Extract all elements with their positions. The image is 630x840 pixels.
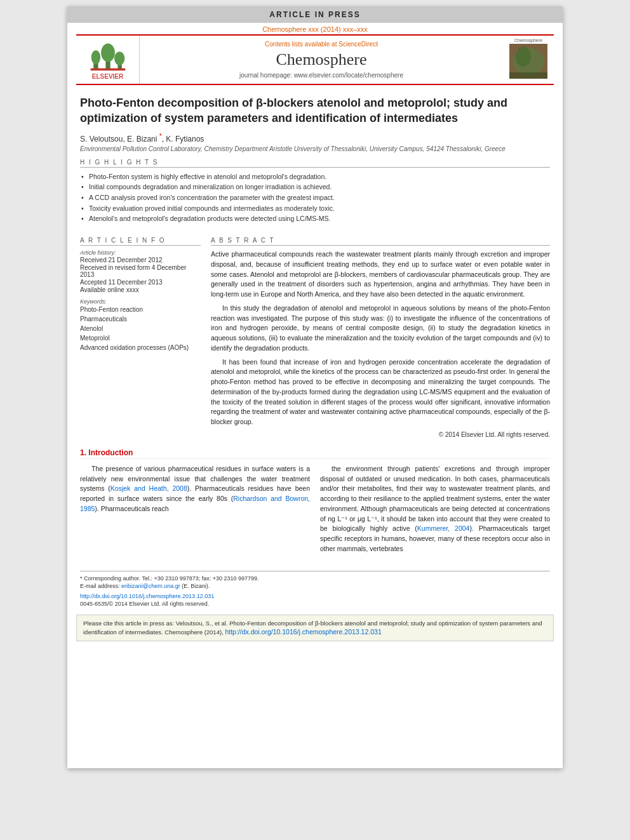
- svg-point-3: [101, 43, 115, 62]
- authors-line: S. Veloutsou, E. Bizani *, K. Fytianos: [80, 133, 550, 143]
- article-in-press-banner: ARTICLE IN PRESS: [67, 6, 563, 23]
- article-info-header: A R T I C L E I N F O: [80, 237, 201, 246]
- elsevier-logo-area: ELSEVIER: [76, 36, 140, 84]
- sciencedirect-link[interactable]: ScienceDirect: [338, 41, 378, 48]
- chemosphere-image: [509, 44, 547, 79]
- svg-point-1: [91, 50, 100, 64]
- journal-homepage: journal homepage: www.elsevier.com/locat…: [146, 72, 497, 79]
- revised-date: Received in revised form 4 December 2013: [80, 264, 201, 278]
- keyword-3: Atenolol: [80, 324, 201, 333]
- ref-kummerer[interactable]: Kummerer, 2004: [417, 524, 470, 532]
- chemosphere-badge-label: Chemosphere: [514, 38, 542, 43]
- list-item: Atenolol's and metoprolol's degradation …: [80, 213, 550, 224]
- keywords-label: Keywords:: [80, 298, 201, 305]
- list-item: Initial compounds degradation and minera…: [80, 182, 550, 192]
- available-online: Available online xxxx: [80, 286, 201, 293]
- chemosphere-logo-right: Chemosphere: [503, 36, 554, 84]
- abstract-header: A B S T R A C T: [211, 237, 550, 246]
- keyword-4: Metoprolol: [80, 333, 201, 343]
- intro-para-left: The presence of various pharmaceutical r…: [80, 464, 310, 514]
- highlights-header: H I G H L I G H T S: [80, 159, 550, 168]
- introduction-section: 1. Introduction The presence of various …: [80, 448, 550, 558]
- keyword-1: Photo-Fenton reaction: [80, 305, 201, 314]
- list-item: A CCD analysis proved iron's concentrati…: [80, 192, 550, 203]
- elsevier-tree-icon: [89, 40, 127, 72]
- history-label: Article history:: [80, 250, 201, 256]
- keyword-5: Advanced oxidation processes (AOPs): [80, 343, 201, 352]
- intro-para-right: the environment through patients' excret…: [320, 464, 550, 554]
- email-footnote: E-mail address: eribizani@chem.una.gr (E…: [80, 582, 550, 590]
- highlights-list: Photo-Fenton system is highly effective …: [80, 171, 550, 224]
- introduction-title: 1. Introduction: [80, 448, 550, 459]
- intro-left-col: The presence of various pharmaceutical r…: [80, 464, 310, 558]
- journal-title: Chemosphere: [146, 50, 497, 69]
- abstract-para-2: In this study the degradation of atenolo…: [211, 303, 550, 354]
- ref-richardson[interactable]: Richardson and Bowron, 1985: [80, 495, 310, 512]
- ref-kosjek[interactable]: Kosjek and Heath, 2008: [111, 484, 187, 492]
- svg-rect-6: [90, 68, 125, 70]
- article-title: Photo-Fenton decomposition of β-blockers…: [80, 95, 550, 126]
- issn-line: 0045-6535/© 2014 Elsevier Ltd. All right…: [80, 600, 550, 608]
- intro-right-col: the environment through patients' excret…: [320, 464, 550, 558]
- list-item: Photo-Fenton system is highly effective …: [80, 171, 550, 182]
- affiliation: Environmental Pollution Control Laborato…: [80, 145, 550, 152]
- doi-link[interactable]: http://dx.doi.org/10.1016/j.chemosphere.…: [80, 593, 214, 599]
- abstract-para-3: It has been found that increase of iron …: [211, 357, 550, 427]
- list-item: Toxicity evaluation proved initial compo…: [80, 203, 550, 214]
- elsevier-wordmark: ELSEVIER: [92, 73, 123, 80]
- svg-point-9: [516, 46, 531, 67]
- journal-volume-line: Chemosphere xxx (2014) xxx–xxx: [67, 23, 563, 34]
- citation-doi-link[interactable]: http://dx.doi.org/10.1016/j.chemosphere.…: [225, 628, 381, 636]
- abstract-para-1: Active pharmaceutical compounds reach th…: [211, 250, 550, 300]
- svg-point-5: [114, 51, 124, 65]
- article-info-column: A R T I C L E I N F O Article history: R…: [80, 230, 201, 438]
- abstract-column: A B S T R A C T Active pharmaceutical co…: [211, 230, 550, 438]
- keyword-2: Pharmaceuticals: [80, 314, 201, 324]
- accepted-date: Accepted 11 December 2013: [80, 279, 201, 286]
- copyright-text: © 2014 Elsevier Ltd. All rights reserved…: [211, 431, 550, 438]
- introduction-body: The presence of various pharmaceutical r…: [80, 464, 550, 558]
- received-date: Received 21 December 2012: [80, 257, 201, 263]
- footnotes-area: * Corresponding author. Tel.: +30 2310 9…: [80, 571, 550, 608]
- svg-rect-10: [509, 72, 547, 79]
- citation-box: Please cite this article in press as: Ve…: [76, 615, 554, 641]
- sciencedirect-label: Contents lists available at ScienceDirec…: [146, 41, 497, 48]
- email-link[interactable]: eribizani@chem.una.gr: [121, 583, 180, 589]
- corresponding-footnote: * Corresponding author. Tel.: +30 2310 9…: [80, 575, 550, 583]
- journal-info-center: Contents lists available at ScienceDirec…: [140, 36, 503, 84]
- abstract-text: Active pharmaceutical compounds reach th…: [211, 250, 550, 427]
- journal-header: ELSEVIER Contents lists available at Sci…: [76, 34, 554, 85]
